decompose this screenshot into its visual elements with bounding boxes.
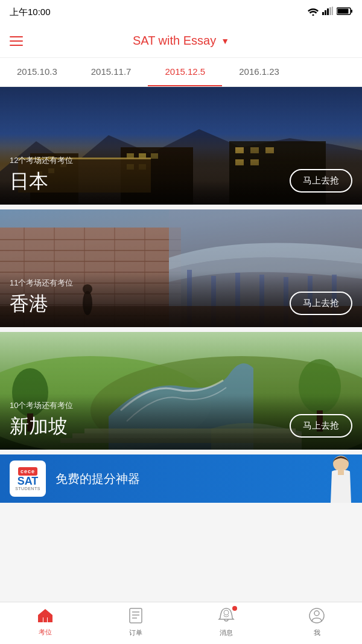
svg-rect-71 bbox=[130, 608, 142, 623]
svg-rect-7 bbox=[351, 10, 353, 13]
svg-rect-70 bbox=[43, 617, 47, 622]
ad-logo-sub: STUDENTS bbox=[15, 486, 40, 491]
ad-sat-logo: cece SAT STUDENTS bbox=[10, 461, 46, 497]
messages-icon bbox=[218, 607, 235, 626]
home-icon bbox=[37, 608, 54, 626]
messages-badge bbox=[232, 606, 237, 611]
svg-rect-8 bbox=[338, 9, 349, 14]
nav-label-messages: 消息 bbox=[220, 628, 233, 637]
card-subtitle-japan: 12个考场还有考位 bbox=[10, 155, 352, 166]
date-tab-0[interactable]: 2015.10.3 bbox=[0, 58, 74, 86]
date-tab-3[interactable]: 2016.1.23 bbox=[222, 58, 296, 86]
location-card-hongkong[interactable]: 11个考场还有考位 香港 马上去抢 bbox=[0, 209, 362, 327]
status-icons bbox=[308, 7, 352, 18]
ad-logo-top: cece bbox=[18, 467, 37, 476]
date-tab-2[interactable]: 2015.12.5 bbox=[148, 58, 222, 86]
nav-item-profile[interactable]: 我 bbox=[272, 602, 362, 644]
header-title-text: SAT with Essay bbox=[133, 34, 216, 48]
date-tab-1[interactable]: 2015.11.7 bbox=[74, 58, 148, 86]
svg-rect-4 bbox=[329, 7, 331, 15]
nav-label-profile: 我 bbox=[314, 628, 320, 637]
nav-item-messages[interactable]: 消息 bbox=[181, 602, 272, 644]
status-bar: 上午10:00 bbox=[0, 0, 362, 24]
signal-icon bbox=[322, 7, 333, 18]
nav-label-orders: 订单 bbox=[129, 628, 142, 637]
dropdown-arrow-icon: ▼ bbox=[221, 36, 229, 46]
card-action-hongkong[interactable]: 马上去抢 bbox=[290, 292, 352, 315]
wifi-icon bbox=[308, 7, 319, 18]
bottom-nav-bar: 考位 订单 bbox=[0, 602, 362, 644]
ad-banner-text: 免费的提分神器 bbox=[56, 471, 140, 487]
svg-rect-69 bbox=[338, 470, 344, 475]
nav-item-home[interactable]: 考位 bbox=[0, 602, 91, 644]
nav-item-orders[interactable]: 订单 bbox=[91, 602, 181, 644]
date-tab-bar: 2015.10.3 2015.11.7 2015.12.5 2016.1.23 bbox=[0, 58, 362, 87]
card-subtitle-singapore: 10个考场还有考位 bbox=[10, 400, 352, 411]
nav-label-home: 考位 bbox=[39, 628, 52, 637]
svg-rect-2 bbox=[325, 10, 326, 15]
svg-point-75 bbox=[224, 610, 229, 615]
main-content: 12个考场还有考位 日本 马上去抢 bbox=[0, 87, 362, 601]
ad-logo-main: SAT bbox=[17, 476, 39, 486]
location-card-japan[interactable]: 12个考场还有考位 日本 马上去抢 bbox=[0, 87, 362, 205]
app-header: SAT with Essay ▼ bbox=[0, 24, 362, 58]
card-action-singapore[interactable]: 马上去抢 bbox=[290, 414, 352, 438]
ad-banner[interactable]: cece SAT STUDENTS 免费的提分神器 bbox=[0, 454, 362, 503]
orders-icon bbox=[129, 607, 143, 626]
location-card-singapore[interactable]: 10个考场还有考位 新加坡 马上去抢 bbox=[0, 332, 362, 450]
card-subtitle-hongkong: 11个考场还有考位 bbox=[10, 278, 352, 289]
svg-rect-5 bbox=[332, 7, 333, 15]
svg-point-0 bbox=[313, 14, 314, 16]
card-action-japan[interactable]: 马上去抢 bbox=[290, 169, 352, 193]
battery-icon bbox=[337, 7, 352, 18]
menu-button[interactable] bbox=[10, 36, 23, 46]
status-time: 上午10:00 bbox=[10, 7, 51, 18]
profile-icon bbox=[308, 607, 325, 626]
svg-rect-3 bbox=[327, 8, 329, 15]
svg-rect-1 bbox=[322, 12, 324, 15]
svg-point-77 bbox=[314, 611, 319, 616]
ad-person-image bbox=[302, 454, 362, 503]
header-title[interactable]: SAT with Essay ▼ bbox=[133, 34, 229, 48]
